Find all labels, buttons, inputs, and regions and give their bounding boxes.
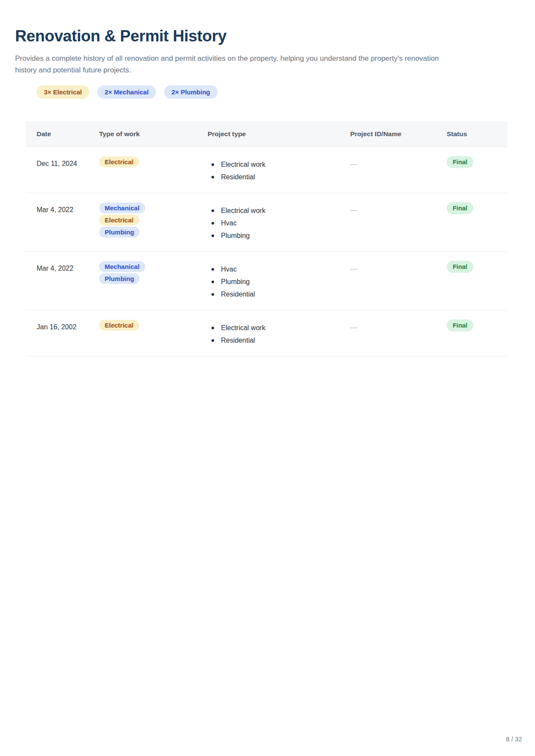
work-type-badge: Mechanical	[99, 203, 145, 213]
page-description: Provides a complete history of all renov…	[15, 53, 442, 76]
column-header: Project ID/Name	[350, 130, 447, 138]
project-type-item: Residential	[208, 290, 350, 299]
row-date: Jan 16, 2002	[26, 320, 99, 345]
project-type-item: Hvac	[208, 219, 350, 228]
row-work-types: Electrical	[99, 156, 208, 181]
row-status-badge: Final	[447, 319, 473, 331]
summary-badge: 3× Electrical	[37, 85, 89, 99]
work-type-badge: Mechanical	[99, 261, 145, 272]
column-header: Status	[447, 130, 507, 138]
column-header: Date	[26, 130, 99, 138]
row-project-id: —	[350, 203, 447, 240]
row-work-types: MechanicalElectricalPlumbing	[99, 203, 208, 240]
work-type-badge: Electrical	[99, 215, 139, 225]
table-row: Mar 4, 2022 MechanicalElectricalPlumbing…	[26, 193, 507, 252]
project-type-item: Hvac	[208, 265, 350, 274]
report-page: Renovation & Permit History Provides a c…	[0, 0, 535, 356]
project-type-item: Electrical work	[208, 160, 350, 169]
row-date: Mar 4, 2022	[26, 203, 99, 240]
table-header-row: DateType of workProject typeProject ID/N…	[26, 121, 507, 147]
work-type-badge: Plumbing	[99, 273, 140, 284]
page-title: Renovation & Permit History	[15, 0, 520, 47]
project-type-item: Electrical work	[208, 324, 350, 332]
row-project-types: HvacPlumbingResidential	[208, 265, 350, 299]
row-project-types: Electrical workHvacPlumbing	[208, 206, 350, 240]
row-date: Dec 11, 2024	[26, 156, 99, 181]
project-type-item: Residential	[208, 336, 350, 345]
table-row: Dec 11, 2024 Electrical Electrical workR…	[26, 147, 507, 193]
column-header: Project type	[208, 130, 350, 138]
summary-badge-row: 3× Electrical2× Mechanical2× Plumbing	[37, 85, 520, 99]
row-status-badge: Final	[447, 202, 473, 214]
row-project-id: —	[350, 320, 447, 345]
column-header: Type of work	[99, 130, 208, 138]
row-project-types: Electrical workResidential	[208, 160, 350, 181]
work-type-badge: Plumbing	[99, 227, 140, 237]
row-work-types: Electrical	[99, 320, 208, 345]
summary-badge: 2× Plumbing	[164, 85, 218, 99]
row-project-types: Electrical workResidential	[208, 324, 350, 345]
project-type-item: Plumbing	[208, 231, 350, 240]
work-type-badge: Electrical	[99, 156, 139, 167]
project-type-item: Plumbing	[208, 278, 350, 286]
project-type-item: Electrical work	[208, 206, 350, 215]
row-project-id: —	[350, 156, 447, 181]
row-status-badge: Final	[447, 156, 473, 168]
permit-history-table: DateType of workProject typeProject ID/N…	[26, 121, 507, 356]
summary-badge: 2× Mechanical	[97, 85, 156, 99]
project-type-item: Residential	[208, 173, 350, 181]
row-work-types: MechanicalPlumbing	[99, 261, 208, 299]
table-row: Mar 4, 2022 MechanicalPlumbing HvacPlumb…	[26, 252, 507, 310]
table-body: Dec 11, 2024 Electrical Electrical workR…	[26, 147, 507, 356]
page-number: 8 / 32	[506, 735, 522, 743]
row-date: Mar 4, 2022	[26, 261, 99, 299]
row-project-id: —	[350, 261, 447, 299]
row-status-badge: Final	[447, 261, 473, 273]
work-type-badge: Electrical	[99, 320, 139, 331]
table-row: Jan 16, 2002 Electrical Electrical workR…	[26, 310, 507, 356]
